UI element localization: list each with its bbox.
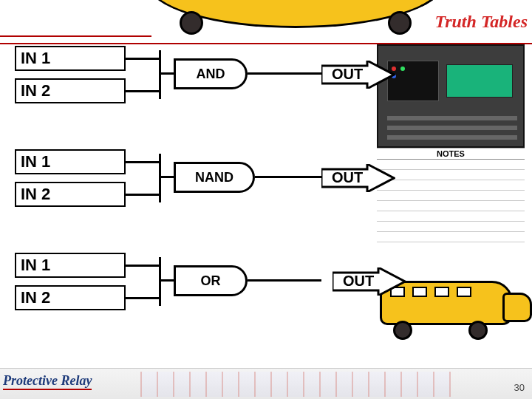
wire — [126, 90, 159, 92]
wire — [248, 279, 321, 282]
gate-row-nand: IN 1 IN 2 NAND OUT — [15, 148, 517, 229]
input-label-in1: IN 1 — [15, 46, 126, 71]
wire — [126, 297, 159, 299]
wire — [126, 265, 159, 267]
input-label-in2: IN 2 — [15, 182, 126, 207]
gate-row-or: IN 1 IN 2 OR OUT — [15, 251, 517, 332]
wire — [159, 72, 174, 75]
output-arrow: OUT — [321, 61, 395, 86]
output-label: OUT — [332, 66, 363, 83]
wire — [159, 257, 161, 306]
wire — [159, 50, 161, 99]
footer: Protective Relay 30 — [0, 368, 532, 399]
gate-nand: NAND — [174, 162, 255, 193]
wire — [255, 176, 321, 178]
wire — [159, 154, 161, 202]
input-label-in1: IN 1 — [15, 253, 126, 278]
wire — [126, 161, 159, 163]
footer-brand: Protective Relay — [3, 373, 92, 389]
wire — [248, 72, 321, 75]
output-label: OUT — [343, 273, 374, 290]
gate-or: OR — [174, 265, 248, 296]
output-arrow: OUT — [321, 164, 395, 189]
wire — [126, 58, 159, 60]
page-title: Truth Tables — [434, 12, 528, 32]
gate-row-and: IN 1 IN 2 AND OUT — [15, 44, 517, 126]
wire — [159, 279, 174, 282]
output-label: OUT — [332, 169, 363, 186]
output-arrow: OUT — [332, 267, 406, 293]
input-label-in2: IN 2 — [15, 285, 126, 310]
bus-illustration-top — [148, 0, 443, 28]
wire — [126, 194, 159, 196]
gate-and: AND — [174, 58, 248, 89]
input-label-in2: IN 2 — [15, 78, 126, 103]
input-label-in1: IN 1 — [15, 149, 126, 174]
wire — [159, 176, 174, 178]
page-number: 30 — [514, 382, 525, 393]
footer-decoration — [140, 372, 451, 397]
divider — [0, 35, 151, 37]
